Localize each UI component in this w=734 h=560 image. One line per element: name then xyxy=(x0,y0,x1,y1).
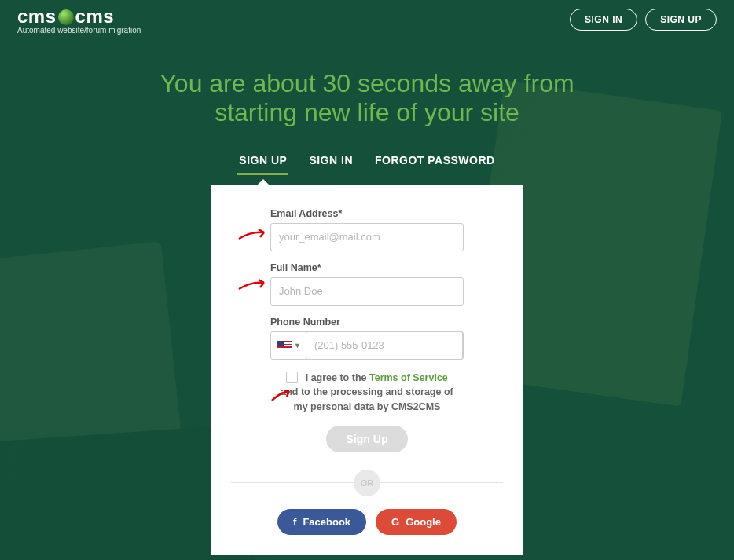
divider-line-right xyxy=(380,482,503,483)
hero-line-2: starting new life of your site xyxy=(0,98,734,127)
fullname-label: Full Name* xyxy=(270,262,464,273)
fullname-input[interactable] xyxy=(270,277,464,306)
facebook-login-button[interactable]: f Facebook xyxy=(277,509,366,535)
email-field-group: Email Address* xyxy=(270,208,464,251)
hero-line-1: You are about 30 seconds away from xyxy=(0,69,734,98)
terms-prefix: I agree to the xyxy=(306,372,369,383)
google-icon: G xyxy=(391,516,399,528)
brand-logo: cms cms Automated website/forum migratio… xyxy=(17,5,141,35)
brand-globe-icon xyxy=(58,9,74,25)
phone-input[interactable] xyxy=(306,331,463,360)
divider-line-left xyxy=(231,482,354,483)
brand-tagline: Automated website/forum migration xyxy=(17,26,141,35)
or-divider: OR xyxy=(231,470,503,496)
facebook-label: Facebook xyxy=(303,516,350,528)
header: cms cms Automated website/forum migratio… xyxy=(0,0,734,39)
annotation-arrow-checkbox xyxy=(270,390,294,404)
facebook-icon: f xyxy=(293,516,296,528)
terms-line-3: my personal data by CMS2CMS xyxy=(294,401,441,412)
social-login-row: f Facebook G Google xyxy=(225,509,509,535)
divider-or-label: OR xyxy=(354,470,380,496)
phone-field-group: Phone Number ▼ xyxy=(270,317,464,360)
submit-sign-up-button[interactable]: Sign Up xyxy=(326,426,409,452)
phone-label: Phone Number xyxy=(270,317,464,328)
fullname-field-group: Full Name* xyxy=(270,262,464,306)
email-label: Email Address* xyxy=(270,208,464,219)
brand-name-right: cms xyxy=(75,5,115,27)
terms-link[interactable]: Terms of Service xyxy=(369,372,448,383)
tab-forgot-password[interactable]: FORGOT PASSWORD xyxy=(373,151,497,175)
email-input[interactable] xyxy=(270,223,464,251)
google-login-button[interactable]: G Google xyxy=(376,509,457,535)
annotation-arrow-email xyxy=(237,226,269,242)
flag-us-icon xyxy=(277,341,292,350)
tab-sign-up[interactable]: SIGN UP xyxy=(237,151,288,175)
terms-block: I agree to the Terms of Service and to t… xyxy=(273,371,461,415)
auth-tabs: SIGN UP SIGN IN FORGOT PASSWORD xyxy=(0,151,734,175)
phone-country-selector[interactable]: ▼ xyxy=(271,341,306,350)
annotation-arrow-fullname xyxy=(237,276,269,292)
brand-name-left: cms xyxy=(17,5,57,27)
header-sign-in-button[interactable]: SIGN IN xyxy=(570,9,637,31)
chevron-down-icon: ▼ xyxy=(294,342,301,350)
terms-checkbox[interactable] xyxy=(286,372,298,383)
header-sign-up-button[interactable]: SIGN UP xyxy=(645,9,717,31)
google-label: Google xyxy=(406,516,441,528)
hero-heading: You are about 30 seconds away from start… xyxy=(0,69,734,127)
terms-line-2: and to the processing and storage of xyxy=(281,386,453,397)
tab-sign-in[interactable]: SIGN IN xyxy=(307,151,354,175)
